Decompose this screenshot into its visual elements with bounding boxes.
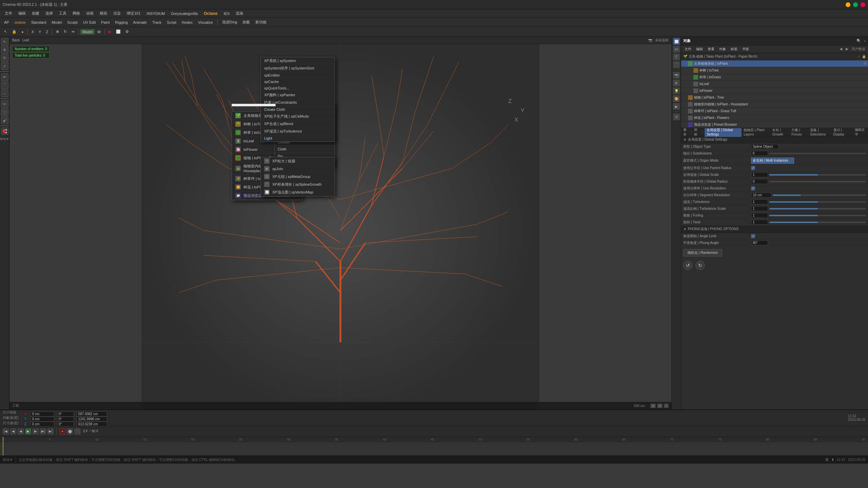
ricon-curve[interactable]: ⌒ <box>673 61 680 68</box>
tool-spline[interactable]: ⌒ <box>1 81 8 89</box>
ricon-refresh[interactable]: ↺ <box>673 114 680 120</box>
tab-visualize[interactable]: Visualize <box>196 20 215 25</box>
coord-obj-pos[interactable]: 对象(标度) <box>3 415 19 420</box>
tool-brush[interactable]: ⬛ <box>1 108 8 116</box>
menu-mesh[interactable]: 网格 <box>70 10 83 17</box>
gscale-slider[interactable] <box>769 174 866 176</box>
coord-x-size[interactable] <box>77 411 107 416</box>
menu-flow[interactable]: 流场 <box>233 10 246 17</box>
menu-animate[interactable]: 动画 <box>83 10 96 17</box>
tab-ap[interactable]: AP <box>2 20 11 25</box>
turbscale-slider[interactable] <box>769 208 866 209</box>
furling-slider[interactable] <box>769 215 866 216</box>
menu-select[interactable]: 选择 <box>43 10 56 17</box>
obj-new-icon[interactable]: + <box>864 39 866 43</box>
gscale-input[interactable] <box>751 172 768 177</box>
menu-file[interactable]: 文件 <box>2 10 15 17</box>
coord-x-rot[interactable] <box>57 411 74 416</box>
ricon-light[interactable]: 💡 <box>673 87 680 94</box>
mode-obj[interactable]: ● <box>19 29 26 35</box>
tab-animate[interactable]: Animate <box>131 20 149 25</box>
obj-bookmarks[interactable]: 书签 <box>740 46 751 52</box>
render-region[interactable]: ⬜ <box>114 29 123 35</box>
obj-tags[interactable]: 标签 <box>729 46 739 52</box>
props-display[interactable]: 显示 | Display <box>833 128 851 136</box>
menu-greyscale[interactable]: Greyscalegorilla <box>168 11 200 16</box>
obj-nav-forward[interactable]: ▶ <box>844 47 850 51</box>
menu-create[interactable]: 创建 <box>29 10 42 17</box>
tab-track[interactable]: Track <box>150 20 163 25</box>
xp-extra-splinegrowth[interactable]: ⌒ XP样条增长 | xpSplineGrowth <box>261 181 335 188</box>
scale-btn[interactable]: ⇔ <box>70 29 77 35</box>
tab-paint[interactable]: Paint <box>99 20 112 25</box>
obj-nav-back[interactable]: ◀ <box>838 47 844 51</box>
xp-menu-sort[interactable]: xpSystem排序 | xpSystemSort <box>261 65 335 72</box>
obj-search-icon[interactable]: 🔍 <box>856 39 861 43</box>
props-growth[interactable]: 长长 | Growth <box>772 128 790 136</box>
xp-menu-cache[interactable]: xpCache <box>261 79 335 85</box>
organ-dropdown[interactable]: 多实例 | Multi Instances <box>751 158 794 164</box>
render-btn[interactable]: ▶ <box>106 29 113 35</box>
model-mode[interactable]: Model <box>80 29 95 35</box>
coord-y-pos[interactable] <box>31 416 54 422</box>
xp-menu-system[interactable]: XP系统 | xpSystem <box>261 57 335 65</box>
obj-edit[interactable]: 编辑 <box>694 46 705 52</box>
phongangle-input[interactable] <box>751 240 768 245</box>
tab-octane[interactable]: octane <box>13 20 28 25</box>
tab-load[interactable]: 加载 <box>240 19 252 25</box>
render-setting[interactable]: ⚙ <box>123 29 131 35</box>
move-btn[interactable]: ⊕ <box>54 29 61 35</box>
vp-icon1[interactable]: ⊞ <box>650 404 656 408</box>
vp-icon2[interactable]: ⊟ <box>657 404 663 408</box>
sub-cloth[interactable]: Cloth <box>274 146 335 153</box>
xp-extra-join[interactable]: ⊕ xpJoin <box>261 165 335 173</box>
tool-snap[interactable]: 🧲 <box>1 127 8 135</box>
tool-arrow[interactable]: ↖ <box>1 38 8 45</box>
prop-value-subdiv[interactable] <box>751 151 866 156</box>
xp-menu-cloth[interactable]: Create Cloth <box>261 106 335 113</box>
parentradius-check[interactable]: ✓ <box>751 166 755 170</box>
gradius-slider[interactable] <box>769 181 866 182</box>
tool-move[interactable]: ✛ <box>1 46 8 54</box>
xp-extra-metagroup[interactable]: ⬡ XP元组 | xpMetaGroup <box>261 173 335 181</box>
obj-row-flowers[interactable]: 种花 | toPlant - Flowers <box>681 115 868 121</box>
tab-script[interactable]: Script <box>165 20 178 25</box>
minimize-button[interactable] <box>846 2 850 7</box>
turb-input[interactable] <box>751 199 768 204</box>
menu-tools[interactable]: 工具 <box>56 10 69 17</box>
coord-y-rot[interactable] <box>57 416 74 422</box>
coord-x-pos[interactable] <box>31 411 54 416</box>
ricon-obj[interactable]: ⬜ <box>673 38 680 45</box>
move-label[interactable]: 移动▼ <box>0 137 9 141</box>
furling-input[interactable] <box>751 213 768 218</box>
xp-menu-turbulence[interactable]: XP湍流 | xpTurbulence <box>261 128 335 135</box>
obj-check-icon[interactable]: ✓ <box>858 55 861 58</box>
tl-play[interactable]: ▶ <box>25 428 31 434</box>
maximize-button[interactable] <box>853 2 858 7</box>
segres-input[interactable] <box>751 192 771 198</box>
tl-record[interactable]: ● <box>59 428 65 434</box>
subdiv-slider[interactable] <box>769 153 866 154</box>
search-overlay[interactable] <box>232 104 276 106</box>
tab-model[interactable]: Model <box>50 20 64 25</box>
xp-extra-vertexmap[interactable]: ⬜ XP顶点图 | xpVertexMap <box>261 188 335 196</box>
objtype-dropdown[interactable]: Spline Object <box>751 144 778 149</box>
props-plantlayers[interactable]: 植物层 | Plant Layers <box>744 128 770 136</box>
xp-extra-menu[interactable]: T XP粒大 | 链接 ⊕ xpJoin ⬡ XP元组 | xpMetaGrou… <box>260 157 335 197</box>
tl-stop[interactable]: ⬛ <box>74 428 80 434</box>
close-button[interactable] <box>861 2 865 7</box>
undo-button[interactable]: ↺ <box>683 261 693 270</box>
obj-row-browser[interactable]: 预设浏览器 | Preset Browser <box>681 121 868 128</box>
obj-row-toplant[interactable]: 太美植物系统 | toPlant ⚙ <box>681 60 868 67</box>
mode-lock[interactable]: 🔒 <box>10 29 19 35</box>
ricon-camera[interactable]: 📷 <box>673 72 680 79</box>
menu-edit[interactable]: 编辑 <box>16 10 28 17</box>
turb-slider[interactable] <box>769 201 866 203</box>
coord-rotation[interactable]: 尺寸(标度) <box>3 421 19 426</box>
ricon-anim[interactable]: ▶ <box>673 103 680 110</box>
tl-prev[interactable]: ◀ <box>10 428 16 434</box>
obj-lock-icon[interactable]: 🔒 <box>862 55 866 58</box>
obj-row-grasstuft[interactable]: 种草坪 | toPlant - Grass Tuft <box>681 108 868 115</box>
menu-octane[interactable]: Octane <box>201 11 220 17</box>
obj-row-toflower[interactable]: toFlower <box>681 87 868 94</box>
